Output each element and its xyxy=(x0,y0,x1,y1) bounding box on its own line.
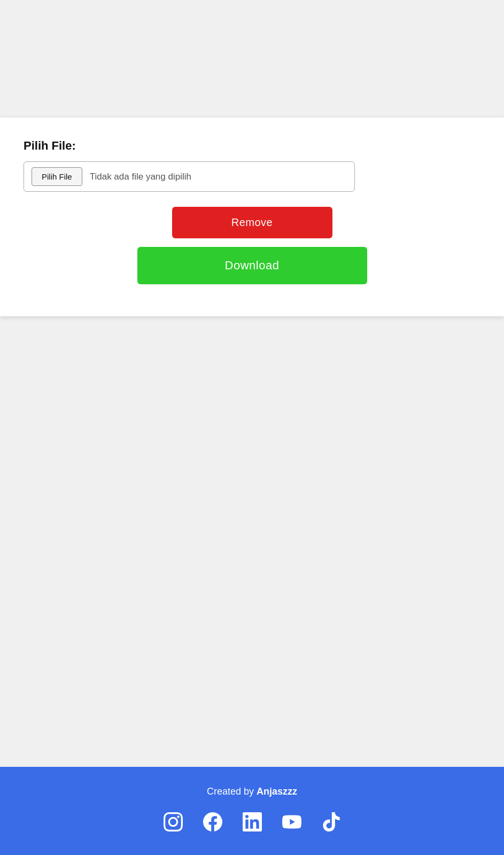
footer: Created by Anjaszzz xyxy=(0,767,504,855)
youtube-icon[interactable] xyxy=(280,810,304,834)
linkedin-icon[interactable] xyxy=(241,810,264,834)
buttons-row: Remove Download xyxy=(24,207,480,284)
social-icons-row xyxy=(161,810,343,834)
instagram-icon[interactable] xyxy=(161,810,185,834)
download-button[interactable]: Download xyxy=(137,247,367,284)
file-input-wrapper: Pilih File Tidak ada file yang dipilih xyxy=(24,161,355,192)
file-placeholder: Tidak ada file yang dipilih xyxy=(90,172,191,182)
file-label: Pilih File: xyxy=(24,139,480,153)
facebook-icon[interactable] xyxy=(201,810,224,834)
tiktok-icon[interactable] xyxy=(320,810,343,834)
footer-credit: Created by Anjaszzz xyxy=(207,786,297,797)
choose-file-button[interactable]: Pilih File xyxy=(32,167,82,186)
remove-button[interactable]: Remove xyxy=(172,207,332,238)
